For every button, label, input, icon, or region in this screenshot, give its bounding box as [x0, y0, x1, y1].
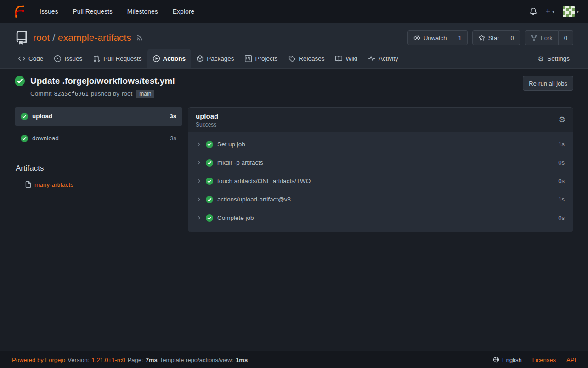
chevron-right-icon — [196, 178, 202, 184]
tab-pull-requests[interactable]: Pull Requests — [88, 49, 147, 68]
job-detail-status: Success — [196, 121, 218, 128]
unwatch-label: Unwatch — [424, 34, 447, 41]
pushed-by-text: pushed by — [91, 90, 119, 97]
tab-label: Issues — [64, 55, 82, 62]
watchers-count[interactable]: 1 — [452, 30, 467, 45]
stars-count[interactable]: 0 — [505, 30, 520, 45]
divider — [15, 156, 182, 156]
globe-icon — [493, 356, 499, 363]
job-name: download — [32, 135, 166, 142]
tab-packages[interactable]: Packages — [191, 49, 239, 68]
step-row[interactable]: actions/upload-artifact@v3 1s — [188, 190, 573, 209]
artifacts-heading: Artifacts — [15, 164, 182, 173]
job-duration: 3s — [170, 113, 176, 120]
unwatch-button[interactable]: Unwatch — [407, 30, 453, 45]
step-row[interactable]: touch artifacts/ONE artifacts/TWO 0s — [188, 172, 573, 190]
api-link[interactable]: API — [566, 356, 576, 363]
fork-button[interactable]: Fork — [525, 30, 559, 45]
tab-activity[interactable]: Activity — [363, 49, 404, 68]
pulse-icon — [368, 55, 375, 62]
repo-name-link[interactable]: example-artifacts — [58, 32, 131, 43]
tab-actions[interactable]: Actions — [147, 49, 192, 68]
step-row[interactable]: mkdir -p artifacts 0s — [188, 154, 573, 172]
star-button[interactable]: Star — [472, 30, 505, 45]
nav-item-pull-requests[interactable]: Pull Requests — [65, 0, 119, 23]
version-label: Version: — [68, 356, 89, 363]
step-name: Set up job — [217, 141, 245, 148]
job-options-gear-icon[interactable]: ⚙ — [559, 115, 565, 125]
commit-line: Commit 82a5cf6961 pushed by root main — [30, 90, 175, 98]
tab-projects[interactable]: Projects — [239, 49, 283, 68]
jobs-sidebar: upload 3s download 3s Artifacts many-art… — [15, 107, 182, 188]
play-circle-icon — [153, 55, 160, 62]
actions-run-view: Update .forgejo/workflows/test.yml Commi… — [0, 69, 588, 351]
bell-icon — [530, 8, 537, 15]
tab-code[interactable]: Code — [13, 49, 49, 68]
commit-sha-link[interactable]: 82a5cf6961 — [54, 90, 89, 97]
repo-actions: Unwatch 1 Star 0 Fork — [407, 30, 573, 45]
page-time-value: 7ms — [146, 356, 158, 363]
licenses-link[interactable]: Licenses — [532, 356, 556, 363]
job-name: upload — [32, 113, 166, 120]
tab-issues[interactable]: Issues — [49, 49, 88, 68]
repo-owner-link[interactable]: root — [33, 32, 50, 43]
chevron-right-icon — [196, 215, 202, 221]
job-item-download[interactable]: download 3s — [15, 129, 182, 148]
step-row[interactable]: Complete job 0s — [188, 209, 573, 227]
nav-item-milestones[interactable]: Milestones — [120, 0, 165, 23]
footer-left: Powered by Forgejo Version: 1.21.0+1-rc0… — [12, 356, 248, 363]
branch-badge[interactable]: main — [136, 90, 154, 98]
tab-label: Pull Requests — [103, 55, 141, 62]
step-name: actions/upload-artifact@v3 — [217, 196, 291, 203]
forks-count[interactable]: 0 — [559, 30, 573, 45]
template-time-value: 1ms — [236, 356, 248, 363]
tab-label: Settings — [547, 55, 570, 62]
commit-prefix: Commit — [30, 90, 52, 97]
repo-tab-bar: Code Issues Pull Requests Actions Packag… — [0, 49, 588, 68]
step-name: mkdir -p artifacts — [217, 159, 263, 166]
nav-item-explore[interactable]: Explore — [165, 0, 202, 23]
step-duration: 0s — [558, 159, 565, 166]
rss-icon[interactable] — [136, 34, 143, 41]
step-success-icon — [206, 178, 213, 185]
package-icon — [197, 55, 204, 62]
issue-icon — [54, 55, 61, 62]
step-name: touch artifacts/ONE artifacts/TWO — [217, 178, 311, 184]
footer-right: English Licenses API — [493, 356, 576, 363]
chevron-down-icon: ▾ — [577, 9, 579, 14]
step-success-icon — [206, 141, 213, 148]
commit-author-link[interactable]: root — [122, 90, 132, 97]
language-selector[interactable]: English — [493, 356, 522, 363]
tab-label: Projects — [255, 55, 277, 62]
step-duration: 0s — [558, 214, 565, 221]
tab-wiki[interactable]: Wiki — [330, 49, 363, 68]
powered-by-forgejo-link[interactable]: Powered by Forgejo — [12, 356, 65, 363]
step-row[interactable]: Set up job 1s — [188, 135, 573, 154]
tab-settings[interactable]: ⚙ Settings — [532, 49, 575, 68]
user-menu-dropdown[interactable]: ▾ — [563, 6, 579, 17]
tab-label: Packages — [207, 55, 234, 62]
navbar-right: + ▾ ▾ — [530, 6, 579, 17]
forgejo-logo[interactable] — [12, 5, 26, 18]
notifications-button[interactable] — [530, 8, 537, 15]
rerun-all-jobs-button[interactable]: Re-run all jobs — [523, 76, 573, 91]
tab-releases[interactable]: Releases — [283, 49, 330, 68]
job-item-upload[interactable]: upload 3s — [15, 107, 182, 126]
chevron-right-icon — [196, 160, 202, 166]
nav-item-issues[interactable]: Issues — [32, 0, 65, 23]
create-new-dropdown[interactable]: + ▾ — [545, 7, 554, 16]
code-icon — [18, 55, 25, 62]
tab-label: Actions — [163, 55, 186, 62]
version-link[interactable]: 1.21.0+1-rc0 — [91, 356, 125, 363]
artifact-link-many-artifacts[interactable]: many-artifacts — [15, 181, 182, 188]
tab-label: Wiki — [345, 55, 357, 62]
footer: Powered by Forgejo Version: 1.21.0+1-rc0… — [0, 351, 588, 368]
run-title: Update .forgejo/workflows/test.yml — [30, 76, 175, 86]
gear-icon: ⚙ — [538, 55, 544, 62]
job-success-icon — [21, 113, 28, 120]
repo-icon — [15, 31, 28, 45]
divider — [527, 356, 527, 363]
tab-label: Code — [28, 55, 43, 62]
tag-icon — [288, 55, 295, 62]
tab-label: Releases — [299, 55, 324, 62]
